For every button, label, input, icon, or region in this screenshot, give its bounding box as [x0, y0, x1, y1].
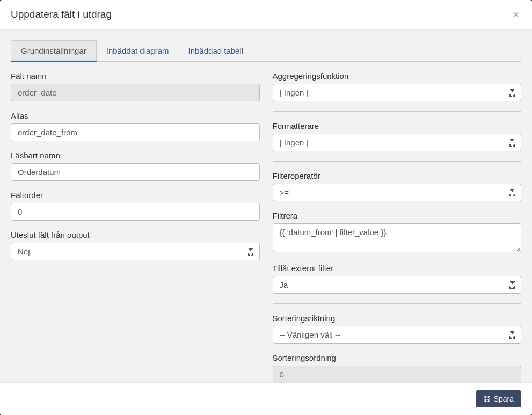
form-columns: Fält namn Alias Läsbart namn Fältorder U [11, 71, 521, 382]
sort-dir-label: Sorteringsriktning [273, 314, 522, 323]
filter-textarea[interactable] [273, 223, 522, 252]
save-button-label: Spara [494, 395, 514, 403]
filter-op-select-wrap: >= [273, 184, 522, 201]
modal-footer: Spara [0, 382, 532, 415]
field-name-label: Fält namn [11, 71, 260, 81]
svg-rect-1 [485, 399, 488, 402]
tab-embedded-chart[interactable]: Inbäddat diagram [97, 40, 179, 61]
aggregation-label: Aggregeringsfunktion [273, 71, 522, 81]
sort-dir-group: Sorteringsriktning -- Vänligen välj -- [273, 314, 522, 344]
field-name-input [11, 84, 260, 101]
tab-basic-settings[interactable]: Grundinställningar [11, 40, 97, 62]
aggregation-select[interactable]: [ Ingen ] [273, 84, 522, 101]
save-button[interactable]: Spara [476, 390, 521, 407]
alias-input[interactable] [11, 123, 260, 141]
filter-group: Filtrera [273, 211, 522, 254]
left-column: Fält namn Alias Läsbart namn Fältorder U [11, 71, 260, 382]
field-order-label: Fältorder [11, 191, 260, 200]
divider [273, 303, 522, 304]
filter-op-select[interactable]: >= [273, 184, 522, 201]
aggregation-group: Aggregeringsfunktion [ Ingen ] [273, 71, 522, 101]
modal-title: Uppdatera fält i utdrag [11, 9, 112, 20]
readable-name-input[interactable] [11, 163, 260, 181]
formatter-select[interactable]: [ Ingen ] [273, 134, 522, 151]
filter-op-label: Filteroperatör [273, 171, 522, 180]
formatter-label: Formatterare [273, 121, 522, 130]
exclude-label: Uteslut fält från output [11, 230, 260, 239]
divider [273, 111, 522, 112]
filter-label: Filtrera [273, 211, 522, 220]
allow-external-group: Tillåt externt filter Ja [273, 264, 522, 294]
allow-external-select-wrap: Ja [273, 276, 522, 294]
allow-external-label: Tillåt externt filter [273, 264, 522, 273]
modal-body: Grundinställningar Inbäddat diagram Inbä… [0, 30, 532, 382]
svg-rect-0 [484, 396, 490, 402]
readable-name-group: Läsbart namn [11, 151, 260, 181]
tab-embedded-table[interactable]: Inbäddad tabell [179, 40, 253, 61]
sort-order-group: Sorteringsordning [273, 353, 522, 382]
exclude-group: Uteslut fält från output Nej [11, 230, 260, 260]
formatter-group: Formatterare [ Ingen ] [273, 121, 522, 151]
close-button[interactable]: × [511, 9, 521, 20]
modal-header: Uppdatera fält i utdrag × [0, 0, 532, 30]
tabs: Grundinställningar Inbäddat diagram Inbä… [11, 40, 521, 62]
field-order-input[interactable] [11, 203, 260, 221]
sort-order-label: Sorteringsordning [273, 353, 522, 362]
field-name-group: Fält namn [11, 71, 260, 101]
divider [273, 161, 522, 162]
allow-external-select[interactable]: Ja [273, 276, 522, 294]
exclude-select-wrap: Nej [11, 243, 260, 260]
filter-op-group: Filteroperatör >= [273, 171, 522, 201]
sort-dir-select-wrap: -- Vänligen välj -- [273, 326, 522, 344]
alias-label: Alias [11, 111, 260, 120]
aggregation-select-wrap: [ Ingen ] [273, 84, 522, 101]
exclude-select[interactable]: Nej [11, 243, 260, 260]
field-order-group: Fältorder [11, 191, 260, 221]
right-column: Aggregeringsfunktion [ Ingen ] Formatter… [273, 71, 522, 382]
readable-name-label: Läsbart namn [11, 151, 260, 160]
sort-order-input [273, 366, 522, 382]
formatter-select-wrap: [ Ingen ] [273, 134, 522, 151]
sort-dir-select[interactable]: -- Vänligen välj -- [273, 326, 522, 344]
modal-dialog: Uppdatera fält i utdrag × Grundinställni… [0, 0, 532, 415]
alias-group: Alias [11, 111, 260, 141]
save-icon [483, 395, 491, 403]
